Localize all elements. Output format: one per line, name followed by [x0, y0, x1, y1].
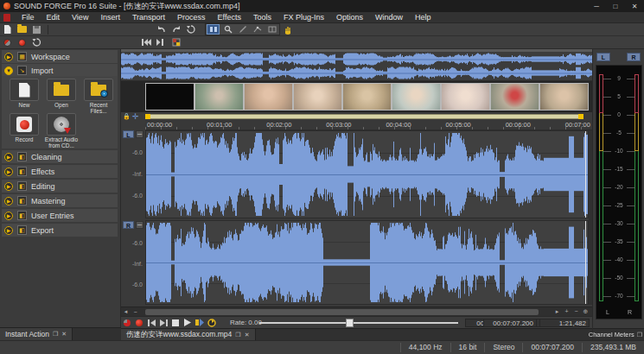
float-window-icon[interactable]: ❐ [53, 331, 58, 338]
envelope-tool-icon[interactable] [251, 24, 264, 35]
zoom-out-time-icon[interactable]: − [571, 308, 581, 315]
new-file-icon[interactable] [1, 24, 14, 35]
scroll-right-icon[interactable]: ▸ [552, 308, 562, 315]
recent-files-button[interactable]: Recent Files... [81, 79, 116, 115]
record-button[interactable]: Record [7, 113, 41, 142]
lock-icon[interactable]: 🔒 [123, 113, 131, 120]
repeat-icon[interactable] [184, 24, 197, 35]
loop-playback-icon[interactable] [206, 318, 218, 328]
loop-region-bar[interactable] [145, 113, 589, 120]
expand-arrow-icon[interactable]: ▶ [4, 53, 13, 61]
menu-item[interactable]: Transport [126, 12, 171, 23]
loop-playback-icon[interactable] [30, 37, 43, 47]
play-cursor[interactable] [585, 221, 586, 304]
event-tool-icon[interactable] [265, 24, 278, 35]
loop-region[interactable] [145, 114, 583, 119]
sidebar-item[interactable]: ▶ ◧ Mastering [2, 194, 118, 207]
meter-left-button[interactable]: L [596, 53, 610, 61]
record-remote-icon[interactable] [121, 318, 133, 328]
float-window-icon[interactable]: ❐ [235, 332, 240, 338]
left-channel-waveform[interactable] [146, 131, 588, 218]
sidebar-item-workspace[interactable]: ▶ ▦ Workspace [2, 50, 118, 63]
collapse-arrow-icon[interactable]: ▼ [4, 66, 13, 75]
menu-item[interactable]: Process [171, 12, 212, 23]
minimize-channel-icon[interactable]: ─ [136, 130, 143, 138]
play-cursor[interactable] [585, 131, 586, 218]
menu-item[interactable]: File [16, 12, 41, 23]
expand-arrow-icon[interactable]: ▶ [4, 168, 13, 176]
zoom-in-icon[interactable]: + [562, 308, 571, 315]
time-ruler[interactable]: 00:00:0000:01:0000:02:0000:03:0000:04:00… [145, 120, 592, 130]
pencil-tool-icon[interactable] [236, 24, 249, 35]
extract-audio-button[interactable]: Extract Audio from CD... [44, 113, 79, 149]
menu-item[interactable]: Help [409, 12, 437, 23]
rate-slider-handle[interactable] [346, 319, 354, 327]
hand-tool-icon[interactable] [281, 24, 294, 35]
menu-item[interactable]: Effects [212, 12, 247, 23]
rate-slider[interactable] [259, 322, 458, 324]
minimize-channel-icon[interactable]: ─ [136, 221, 143, 229]
file-tab[interactable]: 伤速的安详www.ssdax.com.mp4 ❐ ✕ [121, 329, 256, 340]
expand-arrow-icon[interactable]: ▶ [4, 182, 13, 191]
menu-item[interactable]: Edit [41, 12, 67, 23]
record-icon[interactable] [133, 318, 145, 328]
maximize-button[interactable]: □ [606, 3, 625, 10]
new-button[interactable]: New [7, 79, 41, 108]
play-as-sample-icon[interactable] [194, 318, 206, 328]
move-icon[interactable]: ✛ [132, 112, 139, 121]
undo-icon[interactable] [155, 24, 168, 35]
loop-start-marker[interactable] [145, 114, 150, 119]
left-channel-button[interactable]: L [123, 130, 134, 138]
menu-item[interactable]: Tools [247, 12, 277, 23]
channel-meters-tab[interactable]: Channel Meters ❐ [593, 328, 644, 340]
zoom-out-icon[interactable]: − [131, 309, 140, 315]
zoom-selection-icon[interactable]: ⊕ [581, 308, 590, 315]
edit-tool-icon[interactable] [207, 24, 220, 35]
instant-action-tab[interactable]: Instant Action ❐ ✕ [0, 328, 73, 341]
sidebar-item[interactable]: ▶ ◧ User Entries [2, 209, 118, 222]
menu-item[interactable]: Insert [94, 12, 126, 23]
play-icon[interactable] [182, 318, 194, 328]
magnify-tool-icon[interactable] [221, 24, 234, 35]
selection-end-display[interactable]: 00:07:07.200 [483, 319, 537, 327]
open-file-icon[interactable] [16, 24, 29, 35]
sidebar-item[interactable]: ▶ ◧ Effects [2, 165, 118, 178]
expand-arrow-icon[interactable]: ▶ [4, 197, 13, 205]
meter-right-button[interactable]: R [627, 53, 641, 61]
minimize-button[interactable]: ─ [587, 3, 606, 10]
close-button[interactable]: ✕ [625, 3, 644, 10]
expand-arrow-icon[interactable]: ▶ [4, 153, 13, 161]
stop-icon[interactable] [169, 318, 182, 328]
redo-icon[interactable] [169, 24, 182, 35]
snap-icon[interactable] [169, 37, 182, 47]
menu-item[interactable]: Window [369, 12, 409, 23]
scroll-left-icon[interactable]: ◂ [121, 308, 131, 315]
sidebar-item[interactable]: ▶ ◧ Cleaning [2, 150, 118, 163]
scrollbar-thumb[interactable] [145, 309, 539, 315]
right-channel-waveform[interactable] [146, 221, 588, 304]
close-panel-icon[interactable]: ✕ [61, 331, 67, 338]
go-to-end-icon[interactable] [155, 37, 168, 47]
right-channel-button[interactable]: R [123, 221, 134, 229]
horizontal-scrollbar[interactable]: ◂ − ▸ + − ⊕ [121, 307, 592, 316]
selection-length-display[interactable]: 1:21,482 [539, 319, 590, 327]
expand-arrow-icon[interactable]: ▶ [4, 226, 13, 235]
go-to-end-icon[interactable] [157, 318, 169, 328]
sidebar-item-import[interactable]: ▼ ↘ Import [2, 64, 118, 77]
go-to-start-icon[interactable] [145, 318, 157, 328]
record-icon[interactable] [16, 37, 29, 47]
save-icon[interactable] [30, 24, 43, 35]
meter-display[interactable]: 9 5 0 -5 -10 -15 -20 -25 [596, 65, 642, 319]
go-to-start-icon[interactable] [140, 37, 153, 47]
menu-item[interactable]: View [66, 12, 94, 23]
close-file-icon[interactable]: ✕ [245, 332, 250, 338]
record-remote-icon[interactable] [1, 37, 14, 47]
menu-item[interactable]: Options [330, 12, 369, 23]
sidebar-item[interactable]: ▶ ◧ Editing [2, 180, 118, 193]
overview-waveform[interactable] [121, 52, 592, 80]
sidebar-item[interactable]: ▶ ◧ Export [2, 224, 118, 237]
menu-item[interactable]: FX Plug-Ins [277, 12, 330, 23]
open-button[interactable]: Open [44, 79, 79, 108]
float-window-icon[interactable]: ❐ [637, 332, 642, 338]
expand-arrow-icon[interactable]: ▶ [4, 212, 13, 220]
